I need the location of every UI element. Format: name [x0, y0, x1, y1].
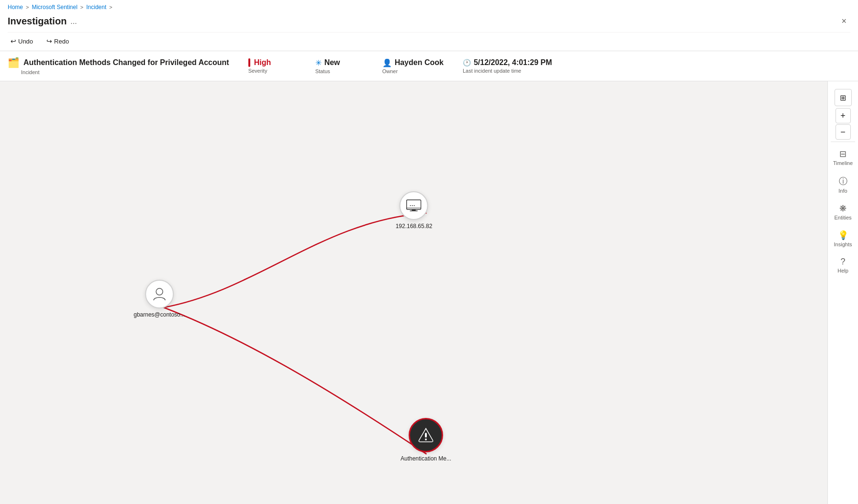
breadcrumb-sep-1: >: [26, 4, 29, 10]
incident-icon: 🗂️: [8, 57, 20, 68]
svg-point-9: [425, 438, 427, 440]
info-label: Info: [838, 188, 847, 194]
redo-icon: ↪: [46, 37, 52, 45]
insights-icon: 💡: [838, 230, 848, 241]
ip-node-label: 192.168.65.82: [396, 223, 433, 230]
zoom-controls: + −: [836, 108, 851, 140]
page-title: Investigation: [8, 16, 67, 27]
severity-bar-icon: [248, 58, 250, 67]
zoom-out-button[interactable]: −: [836, 124, 851, 140]
breadcrumb-sep-2: >: [80, 4, 83, 10]
user-node-circle: [145, 280, 174, 308]
breadcrumb-home[interactable]: Home: [8, 4, 23, 11]
title-options-button[interactable]: ...: [70, 17, 77, 26]
entities-icon: ❋: [839, 203, 847, 214]
fit-icon: ⊞: [840, 93, 846, 102]
owner-row: 👤 Hayden Cook: [382, 58, 444, 67]
insights-button[interactable]: 💡 Insights: [828, 225, 858, 252]
entities-button[interactable]: ❋ Entities: [828, 198, 858, 225]
info-icon: ⓘ: [839, 175, 847, 187]
status-label: Status: [315, 68, 363, 74]
title-row-left: Investigation ...: [8, 16, 77, 27]
status-icon: ✳: [315, 58, 322, 67]
time-icon: 🕐: [463, 59, 471, 66]
ip-node-circle: [400, 191, 428, 220]
top-bar: Home > Microsoft Sentinel > Incident > I…: [0, 0, 858, 51]
alert-node-label: Authentication Me...: [401, 455, 451, 462]
owner-icon: 👤: [382, 58, 392, 67]
main-canvas[interactable]: 192.168.65.82 gbarnes@contoso... Authent…: [0, 81, 858, 504]
svg-point-7: [156, 288, 163, 295]
toolbar-row: ↩ Undo ↪ Redo: [8, 32, 850, 51]
svg-point-6: [414, 205, 415, 206]
timeline-button[interactable]: ⊟ Timeline: [828, 144, 858, 171]
status-value: New: [324, 58, 340, 67]
right-sidebar: ⊞ + − ⊟ Timeline ⓘ Info ❋ Entities: [827, 81, 858, 504]
owner-meta: 👤 Hayden Cook Owner: [382, 58, 444, 74]
info-button[interactable]: ⓘ Info: [828, 171, 858, 198]
owner-value: Hayden Cook: [395, 58, 444, 67]
undo-icon: ↩: [11, 37, 16, 45]
entities-label: Entities: [834, 215, 851, 220]
incident-subtitle: Incident: [21, 69, 229, 75]
fit-view-button[interactable]: ⊞: [835, 89, 852, 106]
help-button[interactable]: ? Help: [828, 252, 858, 278]
breadcrumb-incident[interactable]: Incident: [86, 4, 106, 11]
ip-node[interactable]: 192.168.65.82: [396, 191, 433, 230]
time-row: 🕐 5/12/2022, 4:01:29 PM: [463, 58, 552, 67]
redo-label: Redo: [54, 38, 69, 45]
timeline-label: Timeline: [833, 160, 853, 166]
close-button[interactable]: ×: [837, 14, 850, 28]
alert-node-circle: [409, 418, 443, 452]
undo-label: Undo: [18, 38, 33, 45]
severity-meta: High Severity: [248, 58, 296, 74]
time-meta: 🕐 5/12/2022, 4:01:29 PM Last incident up…: [463, 58, 552, 74]
svg-point-4: [410, 205, 411, 206]
owner-label: Owner: [382, 68, 444, 74]
breadcrumb-sentinel[interactable]: Microsoft Sentinel: [32, 4, 77, 11]
help-label: Help: [837, 268, 848, 274]
zoom-in-button[interactable]: +: [836, 108, 851, 123]
svg-point-5: [412, 205, 413, 206]
breadcrumb-sep-3: >: [109, 4, 112, 10]
alert-node[interactable]: Authentication Me...: [401, 418, 451, 462]
severity-label: Severity: [248, 68, 296, 74]
incident-title: 🗂️ Authentication Methods Changed for Pr…: [8, 57, 229, 68]
time-value: 5/12/2022, 4:01:29 PM: [474, 58, 552, 67]
redo-button[interactable]: ↪ Redo: [44, 35, 72, 47]
incident-header: 🗂️ Authentication Methods Changed for Pr…: [0, 51, 858, 81]
incident-title-text: Authentication Methods Changed for Privi…: [23, 58, 229, 67]
incident-title-group: 🗂️ Authentication Methods Changed for Pr…: [8, 57, 229, 75]
sidebar-divider-1: [831, 142, 855, 142]
insights-label: Insights: [834, 241, 852, 247]
undo-button[interactable]: ↩ Undo: [8, 35, 36, 47]
time-label: Last incident update time: [463, 68, 552, 74]
title-row: Investigation ... ×: [8, 12, 850, 32]
help-icon: ?: [840, 257, 845, 267]
breadcrumb: Home > Microsoft Sentinel > Incident >: [8, 0, 850, 12]
zoom-out-icon: −: [840, 127, 846, 137]
user-node[interactable]: gbarnes@contoso...: [134, 280, 185, 318]
svg-rect-8: [425, 433, 427, 438]
status-meta: ✳ New Status: [315, 58, 363, 74]
status-row: ✳ New: [315, 58, 363, 67]
severity-row: High: [248, 58, 296, 67]
severity-value: High: [254, 58, 271, 67]
timeline-icon: ⊟: [839, 149, 847, 159]
user-node-label: gbarnes@contoso...: [134, 311, 185, 318]
zoom-in-icon: +: [840, 111, 846, 121]
